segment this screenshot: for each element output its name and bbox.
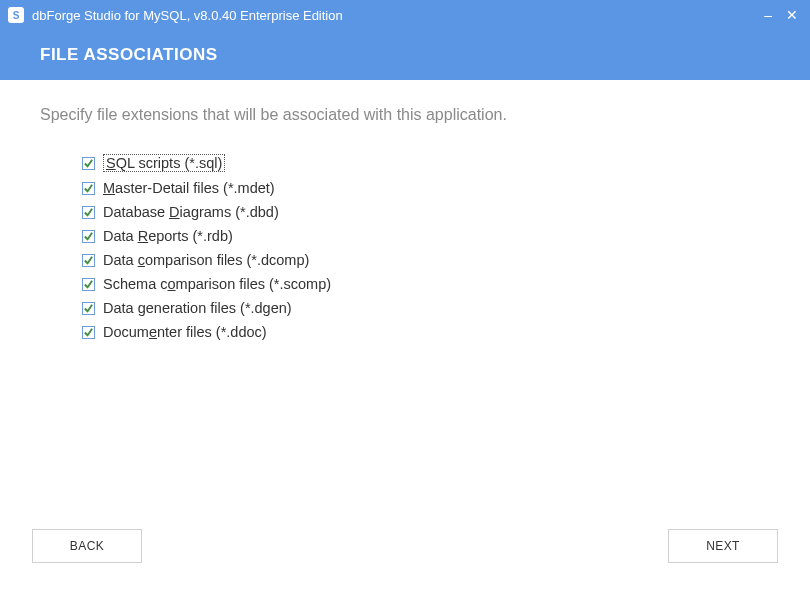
app-icon: S: [8, 7, 24, 23]
checkbox[interactable]: [82, 302, 95, 315]
option-label-mnemonic: o: [167, 276, 175, 292]
page-title: FILE ASSOCIATIONS: [40, 45, 218, 65]
footer: BACK NEXT: [0, 514, 810, 590]
header-band: FILE ASSOCIATIONS: [0, 30, 810, 80]
checkbox[interactable]: [82, 157, 95, 170]
back-button[interactable]: BACK: [32, 529, 142, 563]
option-row: Schema comparison files (*.scomp): [82, 276, 770, 292]
content-area: Specify file extensions that will be ass…: [0, 80, 810, 514]
titlebar: S dbForge Studio for MySQL, v8.0.40 Ente…: [0, 0, 810, 30]
option-label-post: eneration files (*.dgen): [146, 300, 292, 316]
option-row: Database Diagrams (*.dbd): [82, 204, 770, 220]
option-label-mnemonic: e: [149, 324, 157, 340]
option-label[interactable]: Documenter files (*.ddoc): [103, 324, 267, 340]
option-row: Data Reports (*.rdb): [82, 228, 770, 244]
option-label-pre: Data: [103, 300, 138, 316]
option-label-mnemonic: R: [138, 228, 148, 244]
option-label[interactable]: SQL scripts (*.sql): [103, 154, 225, 172]
option-label-pre: Database: [103, 204, 169, 220]
option-label[interactable]: Schema comparison files (*.scomp): [103, 276, 331, 292]
option-label[interactable]: Data comparison files (*.dcomp): [103, 252, 309, 268]
option-label-post: eports (*.rdb): [148, 228, 233, 244]
option-row: Documenter files (*.ddoc): [82, 324, 770, 340]
option-label[interactable]: Master-Detail files (*.mdet): [103, 180, 275, 196]
option-label-pre: Data: [103, 252, 138, 268]
option-label-post: QL scripts (*.sql): [116, 155, 223, 171]
option-label-mnemonic: M: [103, 180, 115, 196]
window-controls: – ✕: [764, 8, 802, 22]
option-row: Data generation files (*.dgen): [82, 300, 770, 316]
checkbox[interactable]: [82, 254, 95, 267]
option-label-post: omparison files (*.dcomp): [145, 252, 309, 268]
option-label-pre: Docum: [103, 324, 149, 340]
option-label-post: mparison files (*.scomp): [176, 276, 332, 292]
checkbox[interactable]: [82, 182, 95, 195]
option-label-mnemonic: D: [169, 204, 179, 220]
option-label-pre: Data: [103, 228, 138, 244]
option-label-post: iagrams (*.dbd): [180, 204, 279, 220]
option-label-post: nter files (*.ddoc): [157, 324, 267, 340]
option-label-pre: Schema c: [103, 276, 167, 292]
option-label-mnemonic: g: [138, 300, 146, 316]
close-button[interactable]: ✕: [786, 8, 798, 22]
checkbox[interactable]: [82, 278, 95, 291]
option-row: Master-Detail files (*.mdet): [82, 180, 770, 196]
option-label[interactable]: Data generation files (*.dgen): [103, 300, 292, 316]
instruction-text: Specify file extensions that will be ass…: [40, 106, 770, 124]
option-label[interactable]: Database Diagrams (*.dbd): [103, 204, 279, 220]
titlebar-title: dbForge Studio for MySQL, v8.0.40 Enterp…: [32, 8, 764, 23]
option-label-mnemonic: S: [106, 155, 116, 171]
option-row: Data comparison files (*.dcomp): [82, 252, 770, 268]
option-row: SQL scripts (*.sql): [82, 154, 770, 172]
checkbox[interactable]: [82, 230, 95, 243]
checkbox[interactable]: [82, 206, 95, 219]
option-label-mnemonic: c: [138, 252, 145, 268]
minimize-button[interactable]: –: [764, 8, 772, 22]
checkbox[interactable]: [82, 326, 95, 339]
option-label-post: aster-Detail files (*.mdet): [115, 180, 275, 196]
next-button[interactable]: NEXT: [668, 529, 778, 563]
options-list: SQL scripts (*.sql)Master-Detail files (…: [40, 154, 770, 340]
option-label[interactable]: Data Reports (*.rdb): [103, 228, 233, 244]
